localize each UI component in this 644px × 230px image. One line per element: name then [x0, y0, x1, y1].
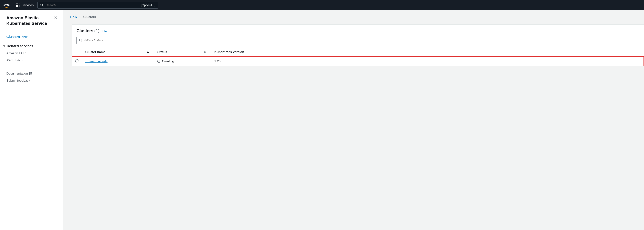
status-text: Creating — [162, 59, 174, 63]
related-services-header[interactable]: Related services — [0, 43, 63, 50]
svg-line-4 — [81, 41, 82, 42]
column-status[interactable]: Status — [154, 48, 211, 56]
clusters-panel: Clusters (1) Info Cluster name — [72, 25, 644, 66]
services-label: Services — [22, 3, 34, 7]
aws-logo[interactable]: aws — [3, 3, 13, 8]
svg-point-0 — [40, 4, 42, 6]
main-content: EKS › Clusters Clusters (1) Info — [63, 10, 644, 230]
global-search[interactable]: [Option+S] — [38, 2, 158, 9]
breadcrumb-root[interactable]: EKS — [70, 15, 77, 19]
search-input[interactable] — [46, 3, 141, 7]
filter-clusters[interactable] — [76, 37, 222, 44]
sidebar-item-clusters[interactable]: Clusters — [6, 35, 20, 39]
feedback-label: Submit feedback — [6, 79, 30, 82]
services-button[interactable]: Services — [16, 3, 34, 7]
grid-icon — [16, 4, 20, 7]
breadcrumb: EKS › Clusters — [70, 15, 644, 19]
close-icon[interactable]: ✕ — [54, 16, 58, 20]
cluster-name-link[interactable]: zufarexplainedit — [85, 59, 108, 63]
aws-smile-icon — [3, 7, 10, 8]
feedback-link[interactable]: Submit feedback — [0, 77, 63, 84]
external-link-icon — [29, 72, 32, 75]
sidebar-title: Amazon Elastic Kubernetes Service — [6, 15, 54, 26]
panel-title: Clusters — [76, 28, 93, 33]
clusters-table: Cluster name Status Kubernetes version — [72, 48, 644, 66]
search-icon — [79, 39, 82, 42]
panel-count: (1) — [94, 28, 100, 33]
column-cluster-name[interactable]: Cluster name — [82, 48, 154, 56]
documentation-label: Documentation — [6, 72, 28, 75]
column-version[interactable]: Kubernetes version — [211, 48, 644, 56]
related-services-label: Related services — [7, 44, 33, 48]
column-name-label: Cluster name — [85, 50, 106, 54]
version-text: 1.25 — [214, 59, 220, 63]
search-icon — [40, 4, 44, 7]
sidebar-divider — [3, 67, 58, 67]
top-nav: aws Services [Option+S] — [0, 0, 644, 10]
breadcrumb-current: Clusters — [83, 15, 96, 19]
column-status-label: Status — [158, 50, 167, 54]
row-select-radio[interactable] — [75, 59, 78, 63]
svg-line-1 — [42, 6, 43, 7]
column-version-label: Kubernetes version — [214, 50, 244, 54]
creating-status-icon: ●●● — [157, 60, 160, 63]
documentation-link[interactable]: Documentation — [0, 70, 63, 77]
chevron-right-icon: › — [80, 15, 80, 19]
table-row: zufarexplainedit ●●● Creating 1.25 — [72, 56, 644, 66]
sidebar-item-batch[interactable]: AWS Batch — [0, 57, 63, 64]
new-badge: New — [22, 36, 27, 39]
search-shortcut: [Option+S] — [141, 4, 155, 7]
filter-input[interactable] — [84, 39, 220, 42]
aws-logo-text: aws — [4, 3, 10, 7]
sort-none-icon — [204, 51, 206, 53]
sidebar-item-ecr[interactable]: Amazon ECR — [0, 50, 63, 57]
svg-point-3 — [79, 39, 81, 41]
sort-asc-icon — [146, 51, 149, 53]
select-column-header — [72, 48, 82, 56]
sidebar: Amazon Elastic Kubernetes Service ✕ Clus… — [0, 10, 63, 230]
info-link[interactable]: Info — [102, 30, 107, 33]
caret-down-icon — [3, 46, 5, 47]
